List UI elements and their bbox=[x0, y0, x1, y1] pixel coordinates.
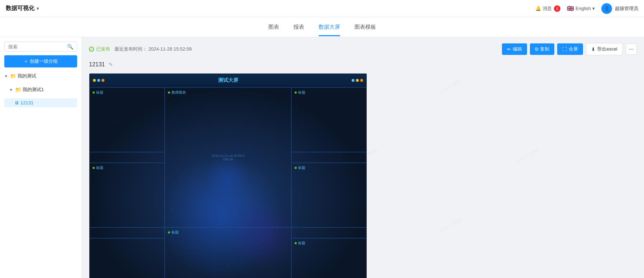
folder-icon-mytest1: 📁 bbox=[15, 87, 21, 93]
toolbar-row: 已发布 最近发布时间： 2024-11-28 15:52:09 ✏ 编辑 ⧉ 复… bbox=[89, 43, 637, 55]
search-icon: 🔍 bbox=[67, 44, 73, 50]
user-name: 超级管理员 bbox=[615, 5, 638, 12]
panel-sep2-right bbox=[291, 227, 367, 238]
edit-button[interactable]: ✏ 编辑 bbox=[502, 43, 527, 55]
panel-label-mid-left: 标题 bbox=[93, 165, 161, 170]
panel-sep2-left bbox=[89, 227, 165, 238]
toolbar-right: ✏ 编辑 ⧉ 复制 ⛶ 全屏 ⬇ 导出excel ··· bbox=[502, 43, 637, 55]
panel-top-right: 标题 bbox=[291, 88, 367, 152]
panel-label-center-bottom: 标题 bbox=[168, 230, 288, 235]
sub-nav: 图表 报表 数据大屏 图表模板 bbox=[0, 17, 644, 37]
panel-label-bottom-right: 标题 bbox=[295, 241, 363, 246]
user-avatar: 👤 bbox=[601, 3, 612, 14]
panel-label-top-left: 标题 bbox=[93, 90, 161, 95]
top-nav-right: 🔔 消息 6 🇬🇧 English ▾ 👤 超级管理员 bbox=[535, 3, 638, 14]
main-content: 🔍 ＋ 创建一级分组 ▼ 📁 我的测试 ▼ 📁 我的测试1 🖥 12131 bbox=[0, 37, 644, 278]
dashboard-title-row: 12131 ✎ bbox=[89, 61, 637, 68]
center-time-info: 2024-11-12 16:30:56.0 234,34 bbox=[212, 154, 244, 161]
folder-icon-mytest: 📁 bbox=[10, 73, 16, 79]
tree-arrow-mytest1: ▼ bbox=[9, 88, 13, 92]
tree-label-mytest1: 我的测试1 bbox=[23, 86, 44, 93]
panel-sep-right bbox=[291, 152, 367, 163]
sidebar-item-12131[interactable]: 🖥 12131 bbox=[4, 98, 77, 107]
panel-bottom-left bbox=[89, 238, 165, 278]
tab-dashboard[interactable]: 数据大屏 bbox=[319, 18, 340, 36]
panel-label-center-top: 教师图表 bbox=[168, 90, 288, 95]
label-dot-tr bbox=[295, 91, 297, 94]
search-box[interactable]: 🔍 bbox=[4, 42, 77, 52]
fullscreen-icon: ⛶ bbox=[562, 47, 567, 52]
dot-blue bbox=[97, 79, 100, 82]
lang-dropdown-arrow: ▾ bbox=[592, 6, 595, 11]
label-dot-mr bbox=[295, 167, 297, 169]
preview-canvas: 测试大屏 标题 bbox=[89, 73, 367, 278]
copy-button[interactable]: ⧉ 复制 bbox=[530, 43, 554, 55]
notification-button[interactable]: 🔔 消息 6 bbox=[535, 5, 560, 12]
create-group-button[interactable]: ＋ 创建一级分组 bbox=[4, 55, 77, 67]
more-button[interactable]: ··· bbox=[626, 43, 637, 55]
panel-sep-left bbox=[89, 152, 165, 163]
notification-label: 消息 bbox=[542, 5, 552, 12]
status-dot bbox=[89, 47, 94, 52]
user-menu[interactable]: 👤 超级管理员 bbox=[601, 3, 638, 14]
screen-icon-12131: 🖥 bbox=[14, 100, 19, 105]
label-dot bbox=[93, 91, 95, 94]
label-dot-cb bbox=[168, 231, 170, 234]
language-label: English bbox=[575, 6, 591, 11]
publish-time: 最近发布时间： 2024-11-28 15:52:09 bbox=[114, 46, 192, 52]
publish-status: 已发布 bbox=[89, 46, 110, 52]
export-icon: ⬇ bbox=[591, 47, 595, 52]
tree-label-mytest: 我的测试 bbox=[18, 73, 36, 79]
edit-icon: ✏ bbox=[507, 47, 511, 52]
panel-center-bottom: 标题 bbox=[165, 227, 291, 278]
fullscreen-button[interactable]: ⛶ 全屏 bbox=[557, 43, 583, 55]
panel-mid-left: 标题 bbox=[89, 163, 165, 227]
flag-icon: 🇬🇧 bbox=[567, 5, 574, 12]
tree-label-12131: 12131 bbox=[20, 100, 33, 105]
label-dot-ml bbox=[93, 167, 95, 169]
panel-bottom-right: 标题 bbox=[291, 238, 367, 278]
tree-arrow-mytest: ▼ bbox=[4, 74, 8, 78]
tab-chart-template[interactable]: 图表模板 bbox=[354, 18, 376, 36]
search-input[interactable] bbox=[8, 44, 65, 50]
dot-orange-r1 bbox=[360, 79, 363, 82]
export-button[interactable]: ⬇ 导出excel bbox=[586, 43, 622, 55]
toolbar-left: 已发布 最近发布时间： 2024-11-28 15:52:09 bbox=[89, 46, 192, 52]
panel-label-mid-right: 标题 bbox=[295, 165, 363, 170]
copy-icon: ⧉ bbox=[535, 46, 538, 52]
panel-label-top-right: 标题 bbox=[295, 90, 363, 95]
app-dropdown-arrow: ▾ bbox=[37, 6, 39, 11]
tabs-container: 图表 报表 数据大屏 图表模板 bbox=[268, 18, 376, 36]
sidebar-item-mytest1[interactable]: ▼ 📁 我的测试1 bbox=[4, 85, 77, 95]
dot-blue-r1 bbox=[352, 79, 354, 82]
notification-badge: 6 bbox=[554, 5, 560, 12]
language-selector[interactable]: 🇬🇧 English ▾ bbox=[567, 5, 595, 12]
canvas-header: 测试大屏 bbox=[89, 74, 367, 88]
canvas-title: 测试大屏 bbox=[218, 77, 238, 83]
header-dots-left bbox=[93, 79, 104, 82]
publish-status-text: 已发布 bbox=[96, 46, 110, 52]
panel-top-left: 标题 bbox=[89, 88, 165, 152]
dashboard-name: 12131 bbox=[89, 61, 105, 68]
top-nav: 数据可视化 ▾ 🔔 消息 6 🇬🇧 English ▾ 👤 超级管理员 bbox=[0, 0, 644, 17]
content-panel: 已发布 最近发布时间： 2024-11-28 15:52:09 ✏ 编辑 ⧉ 复… bbox=[82, 37, 644, 278]
app-title[interactable]: 数据可视化 ▾ bbox=[6, 5, 39, 12]
dot-orange bbox=[102, 79, 104, 82]
dot-yellow-r1 bbox=[356, 79, 359, 82]
label-dot-br bbox=[295, 242, 297, 244]
panel-mid-right: 标题 bbox=[291, 163, 367, 227]
label-dot-center bbox=[168, 91, 170, 94]
dashboard-rename-button[interactable]: ✎ bbox=[108, 61, 114, 68]
sidebar: 🔍 ＋ 创建一级分组 ▼ 📁 我的测试 ▼ 📁 我的测试1 🖥 12131 bbox=[0, 37, 82, 278]
tab-reports[interactable]: 报表 bbox=[293, 18, 304, 36]
canvas-grid: 标题 教师图表 2024-11-12 16:30:56.0 234,34 bbox=[89, 88, 367, 278]
bell-icon: 🔔 bbox=[535, 6, 541, 11]
header-dots-right bbox=[352, 79, 363, 82]
tab-charts[interactable]: 图表 bbox=[268, 18, 279, 36]
dot-yellow bbox=[93, 79, 96, 82]
app-title-text: 数据可视化 bbox=[6, 5, 34, 12]
panel-center-top: 教师图表 2024-11-12 16:30:56.0 234,34 bbox=[165, 88, 291, 227]
sidebar-item-mytest[interactable]: ▼ 📁 我的测试 bbox=[4, 71, 77, 81]
